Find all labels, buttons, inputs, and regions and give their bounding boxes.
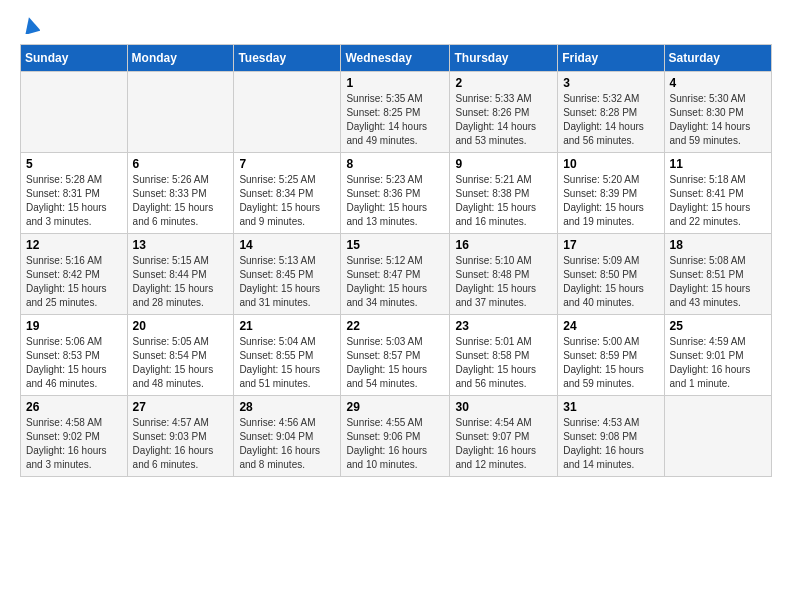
calendar-cell: 28Sunrise: 4:56 AM Sunset: 9:04 PM Dayli… bbox=[234, 396, 341, 477]
header-day-saturday: Saturday bbox=[664, 45, 771, 72]
calendar-cell: 24Sunrise: 5:00 AM Sunset: 8:59 PM Dayli… bbox=[558, 315, 664, 396]
day-info: Sunrise: 5:09 AM Sunset: 8:50 PM Dayligh… bbox=[563, 254, 658, 310]
calendar-cell: 21Sunrise: 5:04 AM Sunset: 8:55 PM Dayli… bbox=[234, 315, 341, 396]
day-info: Sunrise: 5:04 AM Sunset: 8:55 PM Dayligh… bbox=[239, 335, 335, 391]
day-info: Sunrise: 4:53 AM Sunset: 9:08 PM Dayligh… bbox=[563, 416, 658, 472]
calendar-cell: 12Sunrise: 5:16 AM Sunset: 8:42 PM Dayli… bbox=[21, 234, 128, 315]
calendar-header: SundayMondayTuesdayWednesdayThursdayFrid… bbox=[21, 45, 772, 72]
calendar-cell: 16Sunrise: 5:10 AM Sunset: 8:48 PM Dayli… bbox=[450, 234, 558, 315]
day-info: Sunrise: 5:03 AM Sunset: 8:57 PM Dayligh… bbox=[346, 335, 444, 391]
calendar-table: SundayMondayTuesdayWednesdayThursdayFrid… bbox=[20, 44, 772, 477]
calendar-cell: 25Sunrise: 4:59 AM Sunset: 9:01 PM Dayli… bbox=[664, 315, 771, 396]
header-day-tuesday: Tuesday bbox=[234, 45, 341, 72]
calendar-cell: 6Sunrise: 5:26 AM Sunset: 8:33 PM Daylig… bbox=[127, 153, 234, 234]
day-number: 16 bbox=[455, 238, 552, 252]
day-number: 2 bbox=[455, 76, 552, 90]
day-number: 28 bbox=[239, 400, 335, 414]
calendar-cell: 11Sunrise: 5:18 AM Sunset: 8:41 PM Dayli… bbox=[664, 153, 771, 234]
calendar-cell: 18Sunrise: 5:08 AM Sunset: 8:51 PM Dayli… bbox=[664, 234, 771, 315]
header-day-wednesday: Wednesday bbox=[341, 45, 450, 72]
day-info: Sunrise: 5:15 AM Sunset: 8:44 PM Dayligh… bbox=[133, 254, 229, 310]
day-number: 22 bbox=[346, 319, 444, 333]
logo bbox=[20, 16, 40, 38]
header-row: SundayMondayTuesdayWednesdayThursdayFrid… bbox=[21, 45, 772, 72]
day-number: 5 bbox=[26, 157, 122, 171]
day-number: 29 bbox=[346, 400, 444, 414]
calendar-cell: 10Sunrise: 5:20 AM Sunset: 8:39 PM Dayli… bbox=[558, 153, 664, 234]
calendar-cell: 13Sunrise: 5:15 AM Sunset: 8:44 PM Dayli… bbox=[127, 234, 234, 315]
calendar-body: 1Sunrise: 5:35 AM Sunset: 8:25 PM Daylig… bbox=[21, 72, 772, 477]
day-info: Sunrise: 5:13 AM Sunset: 8:45 PM Dayligh… bbox=[239, 254, 335, 310]
day-info: Sunrise: 4:54 AM Sunset: 9:07 PM Dayligh… bbox=[455, 416, 552, 472]
day-number: 7 bbox=[239, 157, 335, 171]
calendar-cell: 1Sunrise: 5:35 AM Sunset: 8:25 PM Daylig… bbox=[341, 72, 450, 153]
day-number: 24 bbox=[563, 319, 658, 333]
day-info: Sunrise: 5:00 AM Sunset: 8:59 PM Dayligh… bbox=[563, 335, 658, 391]
calendar-cell: 4Sunrise: 5:30 AM Sunset: 8:30 PM Daylig… bbox=[664, 72, 771, 153]
day-info: Sunrise: 4:55 AM Sunset: 9:06 PM Dayligh… bbox=[346, 416, 444, 472]
calendar-cell: 20Sunrise: 5:05 AM Sunset: 8:54 PM Dayli… bbox=[127, 315, 234, 396]
logo-triangle-icon bbox=[22, 16, 40, 34]
calendar-cell: 27Sunrise: 4:57 AM Sunset: 9:03 PM Dayli… bbox=[127, 396, 234, 477]
day-number: 4 bbox=[670, 76, 766, 90]
day-number: 27 bbox=[133, 400, 229, 414]
day-number: 30 bbox=[455, 400, 552, 414]
day-info: Sunrise: 5:33 AM Sunset: 8:26 PM Dayligh… bbox=[455, 92, 552, 148]
day-number: 25 bbox=[670, 319, 766, 333]
svg-marker-0 bbox=[22, 16, 40, 34]
day-number: 18 bbox=[670, 238, 766, 252]
day-number: 20 bbox=[133, 319, 229, 333]
day-number: 3 bbox=[563, 76, 658, 90]
day-info: Sunrise: 5:21 AM Sunset: 8:38 PM Dayligh… bbox=[455, 173, 552, 229]
day-number: 8 bbox=[346, 157, 444, 171]
calendar-cell: 22Sunrise: 5:03 AM Sunset: 8:57 PM Dayli… bbox=[341, 315, 450, 396]
calendar-cell: 19Sunrise: 5:06 AM Sunset: 8:53 PM Dayli… bbox=[21, 315, 128, 396]
day-info: Sunrise: 5:25 AM Sunset: 8:34 PM Dayligh… bbox=[239, 173, 335, 229]
day-info: Sunrise: 5:10 AM Sunset: 8:48 PM Dayligh… bbox=[455, 254, 552, 310]
calendar-week-row: 19Sunrise: 5:06 AM Sunset: 8:53 PM Dayli… bbox=[21, 315, 772, 396]
day-number: 26 bbox=[26, 400, 122, 414]
day-number: 23 bbox=[455, 319, 552, 333]
calendar-cell: 29Sunrise: 4:55 AM Sunset: 9:06 PM Dayli… bbox=[341, 396, 450, 477]
day-number: 13 bbox=[133, 238, 229, 252]
day-info: Sunrise: 4:58 AM Sunset: 9:02 PM Dayligh… bbox=[26, 416, 122, 472]
day-info: Sunrise: 5:26 AM Sunset: 8:33 PM Dayligh… bbox=[133, 173, 229, 229]
calendar-cell: 8Sunrise: 5:23 AM Sunset: 8:36 PM Daylig… bbox=[341, 153, 450, 234]
day-info: Sunrise: 5:28 AM Sunset: 8:31 PM Dayligh… bbox=[26, 173, 122, 229]
calendar-cell: 26Sunrise: 4:58 AM Sunset: 9:02 PM Dayli… bbox=[21, 396, 128, 477]
calendar-cell: 31Sunrise: 4:53 AM Sunset: 9:08 PM Dayli… bbox=[558, 396, 664, 477]
day-number: 6 bbox=[133, 157, 229, 171]
day-info: Sunrise: 5:08 AM Sunset: 8:51 PM Dayligh… bbox=[670, 254, 766, 310]
day-info: Sunrise: 5:06 AM Sunset: 8:53 PM Dayligh… bbox=[26, 335, 122, 391]
day-info: Sunrise: 5:18 AM Sunset: 8:41 PM Dayligh… bbox=[670, 173, 766, 229]
calendar-cell: 15Sunrise: 5:12 AM Sunset: 8:47 PM Dayli… bbox=[341, 234, 450, 315]
calendar-cell: 23Sunrise: 5:01 AM Sunset: 8:58 PM Dayli… bbox=[450, 315, 558, 396]
day-info: Sunrise: 5:12 AM Sunset: 8:47 PM Dayligh… bbox=[346, 254, 444, 310]
calendar-cell: 2Sunrise: 5:33 AM Sunset: 8:26 PM Daylig… bbox=[450, 72, 558, 153]
day-number: 9 bbox=[455, 157, 552, 171]
calendar-week-row: 5Sunrise: 5:28 AM Sunset: 8:31 PM Daylig… bbox=[21, 153, 772, 234]
calendar-cell: 3Sunrise: 5:32 AM Sunset: 8:28 PM Daylig… bbox=[558, 72, 664, 153]
calendar-cell: 9Sunrise: 5:21 AM Sunset: 8:38 PM Daylig… bbox=[450, 153, 558, 234]
day-info: Sunrise: 4:57 AM Sunset: 9:03 PM Dayligh… bbox=[133, 416, 229, 472]
calendar-cell: 14Sunrise: 5:13 AM Sunset: 8:45 PM Dayli… bbox=[234, 234, 341, 315]
calendar-cell: 30Sunrise: 4:54 AM Sunset: 9:07 PM Dayli… bbox=[450, 396, 558, 477]
day-number: 31 bbox=[563, 400, 658, 414]
day-info: Sunrise: 5:16 AM Sunset: 8:42 PM Dayligh… bbox=[26, 254, 122, 310]
day-number: 1 bbox=[346, 76, 444, 90]
calendar-cell bbox=[664, 396, 771, 477]
calendar-week-row: 12Sunrise: 5:16 AM Sunset: 8:42 PM Dayli… bbox=[21, 234, 772, 315]
header-day-friday: Friday bbox=[558, 45, 664, 72]
calendar-cell: 5Sunrise: 5:28 AM Sunset: 8:31 PM Daylig… bbox=[21, 153, 128, 234]
calendar-cell: 17Sunrise: 5:09 AM Sunset: 8:50 PM Dayli… bbox=[558, 234, 664, 315]
day-number: 15 bbox=[346, 238, 444, 252]
calendar-week-row: 26Sunrise: 4:58 AM Sunset: 9:02 PM Dayli… bbox=[21, 396, 772, 477]
day-info: Sunrise: 5:05 AM Sunset: 8:54 PM Dayligh… bbox=[133, 335, 229, 391]
day-number: 11 bbox=[670, 157, 766, 171]
day-info: Sunrise: 5:20 AM Sunset: 8:39 PM Dayligh… bbox=[563, 173, 658, 229]
day-number: 12 bbox=[26, 238, 122, 252]
day-number: 10 bbox=[563, 157, 658, 171]
day-info: Sunrise: 5:01 AM Sunset: 8:58 PM Dayligh… bbox=[455, 335, 552, 391]
calendar-cell: 7Sunrise: 5:25 AM Sunset: 8:34 PM Daylig… bbox=[234, 153, 341, 234]
header-day-monday: Monday bbox=[127, 45, 234, 72]
